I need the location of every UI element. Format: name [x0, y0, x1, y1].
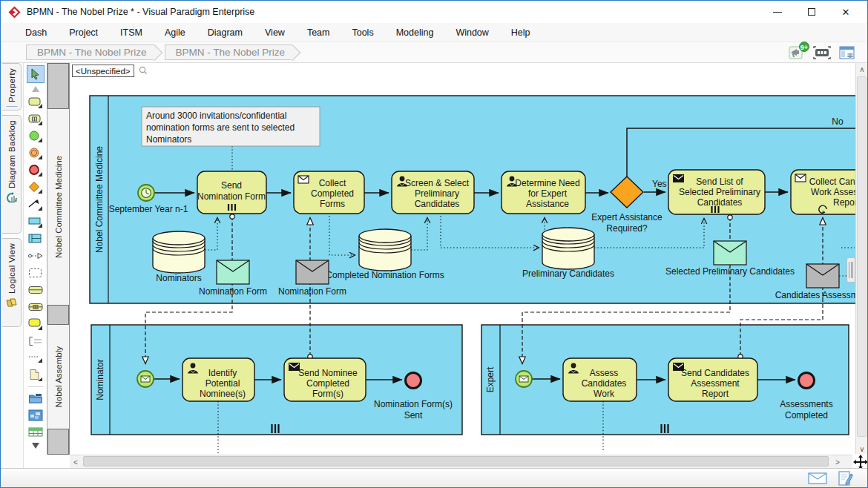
group-tool[interactable] [26, 266, 45, 280]
vertical-scrollbar[interactable]: ∧ ∨ [855, 63, 867, 455]
menu-team[interactable]: Team [296, 24, 341, 41]
canvas-top-bar: <Unspecified> [70, 63, 867, 78]
text-annotation-icon [28, 336, 43, 346]
messages-icon[interactable] [808, 472, 827, 485]
task-send-nomination-form[interactable]: Send Nomination Form [197, 171, 266, 214]
vertical-scroll-thumb[interactable] [857, 76, 867, 437]
scroll-down-button[interactable]: ∨ [856, 443, 868, 455]
task-collect-candidates-assessment[interactable]: Collect Candidates Work Assessment Repor… [791, 170, 855, 214]
panes-layout-button[interactable] [838, 44, 857, 61]
tab-logical-view[interactable]: Logical View [2, 238, 22, 327]
frozen-block-middle [47, 305, 69, 325]
svg-text:Assessments: Assessments [780, 399, 832, 409]
tab-diagram-backlog[interactable]: Diagram Backlog [2, 115, 22, 234]
select-tool[interactable] [27, 65, 45, 83]
horizontal-scrollbar[interactable]: < > [70, 455, 855, 468]
menu-dash[interactable]: Dash [14, 24, 58, 41]
task-identify-potential-nominees[interactable]: Identify Potential Nominee(s) [183, 358, 254, 401]
text-annotation-tool[interactable] [26, 334, 45, 349]
diagram-overview-tool[interactable] [26, 408, 45, 423]
fit-to-window-button[interactable] [812, 44, 832, 61]
task-send-nominee-completed-forms[interactable]: Send Nominee Completed Form(s) [284, 358, 366, 401]
panel-splitter-grip[interactable] [846, 257, 855, 283]
svg-text:Expert Assistance: Expert Assistance [591, 212, 662, 222]
close-button[interactable]: ✕ [829, 1, 863, 23]
zoom-selector[interactable]: <Unspecified> [72, 65, 134, 77]
gateway-tool[interactable] [26, 180, 45, 195]
task-send-list-selected[interactable]: Send List of Selected Preliminary Candid… [668, 170, 765, 214]
svg-text:Candidates Assessment: Candidates Assessment [775, 290, 855, 300]
start-message-event-expert[interactable] [516, 371, 532, 387]
minimize-button[interactable] [760, 1, 795, 23]
edit-log-icon[interactable] [838, 471, 854, 486]
annotation-note[interactable]: Around 3000 invitations/confidential nom… [142, 107, 320, 146]
lane-tool[interactable] [26, 231, 45, 246]
menu-diagram[interactable]: Diagram [197, 24, 254, 41]
svg-text:Collect Candidates: Collect Candidates [809, 177, 855, 187]
intermediate-event-tool[interactable] [26, 146, 45, 161]
callout-tool[interactable] [26, 317, 45, 332]
menu-agile[interactable]: Agile [154, 24, 197, 41]
model-folder-tool[interactable] [26, 391, 45, 406]
svg-text:Forms: Forms [320, 199, 345, 209]
frozen-header-assembly[interactable]: Nobel Assembly [47, 325, 69, 429]
bpmn-diagram[interactable]: Nobel Committee Medicine Nominator Exper… [70, 78, 855, 455]
document-icon [28, 369, 43, 382]
link-tool[interactable] [26, 351, 45, 366]
palette-scroll-up[interactable] [26, 85, 45, 93]
notifications-button[interactable]: 9+ [787, 44, 806, 61]
task-tool[interactable] [26, 95, 45, 110]
svg-text:Completed: Completed [306, 378, 349, 389]
horizontal-pool-tool[interactable] [26, 283, 45, 297]
menu-tools[interactable]: Tools [341, 24, 384, 41]
svg-text:Send List of: Send List of [696, 177, 743, 187]
menu-help[interactable]: Help [500, 24, 542, 41]
menu-project[interactable]: Project [58, 24, 109, 41]
breadcrumb-tab-diagram[interactable]: BPMN - The Nobel Prize [165, 44, 293, 60]
pool-tool[interactable] [26, 214, 45, 229]
start-event-tool[interactable] [26, 129, 45, 144]
menu-modeling[interactable]: Modeling [385, 24, 445, 41]
svg-text:Candidates: Candidates [697, 197, 743, 208]
data-store-nominators[interactable]: Nominators [153, 231, 205, 283]
task-screen-select-preliminary[interactable]: Screen & Select Preliminary Candidates [392, 171, 474, 214]
menu-itsm[interactable]: ITSM [109, 24, 154, 41]
grid-tool[interactable] [26, 425, 45, 440]
maximize-button[interactable] [795, 1, 829, 23]
svg-text:Preliminary Candidates: Preliminary Candidates [522, 268, 614, 279]
frozen-header-committee[interactable]: Nobel Committee Medicine [47, 109, 69, 305]
horizontal-lane-tool[interactable] [26, 300, 45, 314]
document-tool[interactable] [26, 368, 45, 383]
menu-view[interactable]: View [254, 24, 296, 41]
task-assess-candidates-work[interactable]: Assess Candidates Work [563, 358, 637, 401]
pool-label: Nobel Committee Medicine [94, 146, 105, 253]
palette-scroll-down[interactable] [26, 442, 45, 449]
sub-process-tool[interactable] [26, 112, 45, 127]
end-event-tool[interactable] [26, 163, 45, 178]
svg-text:Selected Preliminary Candidate: Selected Preliminary Candidates [665, 266, 795, 277]
task-collect-completed-forms[interactable]: Collect Completed Forms [294, 171, 364, 214]
magnifier-icon[interactable] [138, 65, 148, 76]
svg-text:for Expert: for Expert [528, 188, 568, 199]
svg-text:Potential: Potential [206, 378, 240, 389]
diagram-canvas[interactable]: <Unspecified> Nobel Committee Medicine [70, 63, 867, 468]
task-determine-need-expert[interactable]: Determine Need for Expert Assistance [502, 171, 585, 214]
svg-text:Completed: Completed [311, 188, 354, 199]
svg-text:Preliminary: Preliminary [415, 188, 459, 199]
horizontal-scroll-thumb[interactable] [83, 456, 829, 466]
callout-icon [28, 317, 43, 331]
scroll-up-button[interactable]: ∧ [856, 63, 868, 75]
scroll-left-button[interactable]: < [70, 455, 82, 469]
start-event-label: September Year n-1 [109, 204, 188, 214]
breadcrumb-tab-project[interactable]: BPMN - The Nobel Prize [26, 44, 154, 60]
tab-property[interactable]: Property [2, 63, 22, 111]
task-send-candidates-assessment-report[interactable]: Send Candidates Assessment Report [668, 358, 757, 401]
horizontal-pool-icon [28, 286, 43, 294]
start-message-event-nominator[interactable] [137, 371, 154, 387]
scroll-right-button[interactable]: > [832, 455, 844, 469]
sequence-flow-tool[interactable] [26, 197, 45, 212]
menu-window[interactable]: Window [444, 24, 499, 41]
svg-text:nomination forms are sent to s: nomination forms are sent to selected [146, 122, 295, 133]
svg-text:Assess: Assess [590, 368, 619, 378]
association-tool[interactable] [26, 248, 45, 263]
